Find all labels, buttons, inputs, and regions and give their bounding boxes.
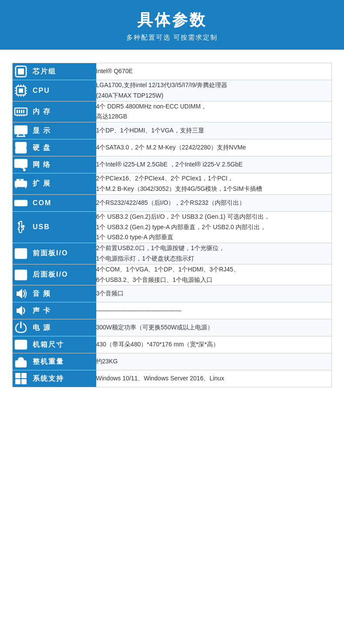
- svg-rect-51: [15, 181, 27, 186]
- label-cell-front-io: 前面板I/O: [13, 243, 96, 264]
- com-icon: [13, 195, 29, 211]
- display-icon: [13, 122, 29, 139]
- svg-point-58: [19, 202, 20, 203]
- table-row: 硬 盘4个SATA3.0，2个 M.2 M-Key（2242/2280）支持NV…: [13, 139, 332, 156]
- table-row: CPULGA1700,支持intel 12/13代I3/I5/I7/I9/奔腾处…: [13, 80, 332, 102]
- table-row: 声 卡——————————————: [13, 302, 332, 319]
- label-cell-audio: 音 频: [13, 285, 96, 302]
- value-cell-display: 1个DP、1个HDMI、1个VGA，支持三显: [96, 122, 332, 139]
- label-text-expansion: 扩 展: [33, 179, 51, 188]
- svg-text:KG: KG: [18, 363, 24, 366]
- label-cell-expansion: 扩 展: [13, 173, 96, 195]
- label-text-network: 网 络: [33, 160, 51, 169]
- value-cell-storage: 4个SATA3.0，2个 M.2 M-Key（2242/2280）支持NVMe: [96, 139, 332, 156]
- label-cell-memory: 内 存: [13, 101, 96, 122]
- label-cell-power: 电 源: [13, 319, 96, 336]
- table-row: 扩 展2个PCIex16、2个PCIex4、2个 PCIex1，1个PCI，1个…: [13, 173, 332, 195]
- svg-rect-66: [17, 251, 20, 253]
- label-cell-chipset: 芯片组: [13, 63, 96, 80]
- svg-rect-74: [20, 275, 22, 277]
- label-cell-display: 显 示: [13, 122, 96, 139]
- svg-rect-52: [17, 180, 19, 181]
- svg-rect-46: [15, 159, 27, 167]
- svg-rect-79: [17, 344, 22, 347]
- label-text-audio: 音 频: [33, 289, 51, 298]
- svg-rect-1: [18, 68, 24, 75]
- svg-point-78: [17, 341, 17, 342]
- value-cell-weight: 约23KG: [96, 353, 332, 370]
- svg-rect-72: [20, 272, 22, 274]
- audio-icon: [13, 285, 29, 302]
- value-cell-front-io: 2个前置USB2.0口，1个电源按键，1个光驱位，1个电源指示灯，1个硬盘状态指…: [96, 243, 332, 264]
- table-row: 后面板I/O4个COM、1个VGA、1个DP、1个HDMI、3个RJ45、6个U…: [13, 264, 332, 285]
- svg-rect-83: [15, 373, 20, 378]
- sound-card-icon: [13, 302, 29, 319]
- label-cell-weight: KG整机重量: [13, 353, 96, 370]
- storage-icon: [13, 139, 29, 156]
- value-cell-os: Windows 10/11、Windows Server 2016、Linux: [96, 370, 332, 387]
- table-row: COM2个RS232/422/485（后I/O），2个RS232（内部引出）: [13, 194, 332, 211]
- label-cell-network: 网 络: [13, 156, 96, 173]
- label-text-chassis: 机箱尺寸: [33, 340, 64, 349]
- value-cell-expansion: 2个PCIex16、2个PCIex4、2个 PCIex1，1个PCI，1个M.2…: [96, 173, 332, 195]
- header: 具体参数 多种配置可选 可按需求定制: [0, 0, 344, 50]
- label-cell-usb: USB: [13, 211, 96, 243]
- label-cell-os: 系统支持: [13, 370, 96, 387]
- table-row: 芯片组Intel® Q670E: [13, 63, 332, 80]
- spec-table: 芯片组Intel® Q670ECPULGA1700,支持intel 12/13代…: [12, 63, 332, 387]
- value-cell-usb: 6个 USB3.2 (Gen.2)后I/O，2个 USB3.2 (Gen.1) …: [96, 211, 332, 243]
- value-cell-power: 300W额定功率（可更换550W或以上电源）: [96, 319, 332, 336]
- weight-icon: KG: [13, 353, 29, 370]
- label-text-com: COM: [33, 199, 51, 207]
- table-row: 系统支持Windows 10/11、Windows Server 2016、Li…: [13, 370, 332, 387]
- label-text-memory: 内 存: [33, 107, 51, 116]
- label-text-usb: USB: [33, 223, 50, 231]
- svg-point-45: [24, 150, 25, 152]
- label-text-weight: 整机重量: [33, 357, 64, 366]
- value-cell-chipset: Intel® Q670E: [96, 63, 332, 80]
- svg-point-44: [24, 144, 25, 146]
- table-row: 前面板I/O2个前置USB2.0口，1个电源按键，1个光驱位，1个电源指示灯，1…: [13, 243, 332, 264]
- svg-rect-85: [15, 379, 20, 384]
- svg-point-49: [23, 169, 26, 171]
- svg-rect-31: [21, 110, 22, 113]
- cpu-icon: [13, 82, 29, 99]
- table-row: USB6个 USB3.2 (Gen.2)后I/O，2个 USB3.2 (Gen.…: [13, 211, 332, 243]
- label-text-front-io: 前面板I/O: [33, 249, 68, 258]
- page-subtitle: 多种配置可选 可按需求定制: [0, 34, 344, 42]
- value-cell-chassis: 430（带耳朵480）*470*176 mm（宽*深*高）: [96, 336, 332, 353]
- label-text-cpu: CPU: [33, 87, 50, 95]
- value-cell-com: 2个RS232/422/485（后I/O），2个RS232（内部引出）: [96, 194, 332, 211]
- value-cell-memory: 4个 DDR5 4800MHz non-ECC UDIMM，高达128GB: [96, 101, 332, 122]
- label-text-display: 显 示: [33, 126, 51, 136]
- expansion-icon: [13, 176, 29, 192]
- label-cell-storage: 硬 盘: [13, 139, 96, 156]
- value-cell-cpu: LGA1700,支持intel 12/13代I3/I5/I7/I9/奔腾处理器(…: [96, 80, 332, 102]
- label-text-os: 系统支持: [33, 374, 64, 383]
- label-cell-rear-io: 后面板I/O: [13, 264, 96, 285]
- label-text-sound-card: 声 卡: [33, 306, 51, 315]
- label-text-rear-io: 后面板I/O: [33, 270, 68, 279]
- svg-point-61: [25, 202, 27, 203]
- svg-point-67: [22, 251, 24, 253]
- svg-point-63: [23, 225, 25, 227]
- svg-rect-62: [18, 223, 20, 224]
- table-row: 网 络1个Intel® i225-LM 2.5GbE ，2个Intel® i22…: [13, 156, 332, 173]
- value-cell-sound-card: ——————————————: [96, 302, 332, 319]
- chipset-icon: [13, 63, 29, 80]
- memory-icon: [13, 103, 29, 120]
- label-text-storage: 硬 盘: [33, 143, 51, 153]
- svg-rect-71: [17, 272, 19, 274]
- label-cell-sound-card: 声 卡: [13, 302, 96, 319]
- value-cell-rear-io: 4个COM、1个VGA、1个DP、1个HDMI、3个RJ45、6个USB3.2、…: [96, 264, 332, 285]
- power-icon: [13, 319, 29, 336]
- svg-rect-84: [21, 373, 27, 378]
- network-icon: [13, 156, 29, 173]
- table-row: 音 频3个音频口: [13, 285, 332, 302]
- table-row: KG整机重量约23KG: [13, 353, 332, 370]
- label-cell-chassis: 机箱尺寸: [13, 336, 96, 353]
- table-row: 显 示1个DP、1个HDMI、1个VGA，支持三显: [13, 122, 332, 139]
- svg-rect-53: [21, 180, 23, 181]
- svg-rect-32: [23, 110, 24, 113]
- svg-point-41: [20, 129, 22, 131]
